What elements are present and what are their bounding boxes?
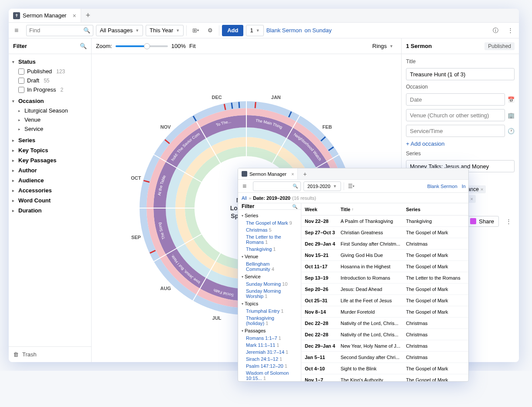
close-icon[interactable]: × xyxy=(291,171,294,177)
more-button[interactable]: ⋮ xyxy=(504,24,516,37)
facet-item[interactable]: Christmas5 xyxy=(238,226,301,233)
facet-item[interactable]: Triumphal Entry1 xyxy=(238,308,301,315)
table-row[interactable]: Dec 22–28Nativity of the Lord, Chris...C… xyxy=(301,329,468,340)
slider-thumb[interactable] xyxy=(144,43,150,49)
table-row[interactable]: Sep 20–26Jesus: Dead AheadThe Gospel of … xyxy=(301,284,468,295)
col-title[interactable]: Title↑ xyxy=(337,203,402,215)
filter-group-header[interactable]: ▸Accessories xyxy=(9,185,91,195)
filter-group-header[interactable]: ▸Word Count xyxy=(9,195,91,205)
on-sunday-link[interactable]: on Sunday xyxy=(304,27,331,34)
facet-header[interactable]: ▾Passages xyxy=(238,327,301,335)
crumb-all[interactable]: All xyxy=(242,195,247,201)
filter-group-header[interactable]: ▸Duration xyxy=(9,205,91,215)
blank-sermon-link[interactable]: Blank Sermon xyxy=(266,27,302,34)
rings-select[interactable]: Rings ▼ xyxy=(369,41,397,52)
in-link[interactable]: In xyxy=(462,184,466,189)
facet-item[interactable]: The Gospel of Mark9 xyxy=(238,219,301,226)
facet-header[interactable]: ▾Service xyxy=(238,273,301,280)
close-icon[interactable]: × xyxy=(72,12,76,19)
table-row[interactable]: Sep 13–19Introduction to RomansThe Lette… xyxy=(301,272,468,284)
col-week[interactable]: Week xyxy=(301,203,337,215)
trash-button[interactable]: 🗑 Trash xyxy=(9,346,91,362)
calendar-icon[interactable]: 📅 xyxy=(508,96,515,103)
checkbox[interactable] xyxy=(18,87,24,93)
filter-occasion-header[interactable]: ▾ Occasion xyxy=(9,96,91,106)
search-icon[interactable]: 🔍 xyxy=(80,43,87,49)
facet-item[interactable]: Jeremiah 31:7–141 xyxy=(238,349,301,356)
checkbox[interactable] xyxy=(18,78,24,84)
table-row[interactable]: Oct 11–17Hosanna in the HighestThe Gospe… xyxy=(301,261,468,272)
add-tab-button[interactable]: + xyxy=(81,11,95,20)
zoom-slider[interactable] xyxy=(116,45,168,47)
facet-item[interactable]: Thanksgiving (holiday)1 xyxy=(238,315,301,327)
filter-group-header[interactable]: ▸Author xyxy=(9,165,91,175)
blank-sermon-link[interactable]: Blank Sermon xyxy=(427,184,457,189)
filter-group-header[interactable]: ▸Key Topics xyxy=(9,145,91,155)
facet-item[interactable]: Thankgiving1 xyxy=(238,246,301,253)
overlay-tab[interactable]: Sermon Manager × xyxy=(238,168,298,179)
filter-group-header[interactable]: ▸Series xyxy=(9,135,91,145)
venue-input[interactable] xyxy=(406,109,505,121)
overlay-search[interactable]: 🔍 xyxy=(253,181,301,191)
add-tab-button[interactable]: + xyxy=(298,171,312,178)
search-icon[interactable]: 🔍 xyxy=(292,204,297,209)
table-row[interactable]: Nov 8–14Murder ForetoldThe Gospel of Mar… xyxy=(301,306,468,318)
facet-item[interactable]: Psalm 147:12–201 xyxy=(238,363,301,369)
find-input[interactable]: 🔍 xyxy=(26,25,93,36)
remove-icon[interactable]: × xyxy=(481,187,483,192)
year-select[interactable]: This Year ▼ xyxy=(146,25,184,36)
filter-group-header[interactable]: ▸Audience xyxy=(9,175,91,185)
facet-header[interactable]: ▾Topics xyxy=(238,300,301,308)
add-occasion-link[interactable]: + Add occasion xyxy=(406,140,515,147)
table-row[interactable]: Nov 15–21Giving God His DueThe Gospel of… xyxy=(301,250,468,261)
filter-occasion-item[interactable]: ▸Liturgical Season xyxy=(18,106,91,115)
building-icon[interactable]: 🏢 xyxy=(508,112,515,119)
settings-button[interactable]: ⚙ xyxy=(204,24,216,37)
fit-button[interactable]: Fit xyxy=(189,43,195,49)
share-button[interactable]: Share xyxy=(465,216,499,227)
col-series[interactable]: Series xyxy=(402,203,468,215)
table-row[interactable]: Dec 29–Jan 4New Year, Holy Name of J...C… xyxy=(301,340,468,352)
checkbox[interactable] xyxy=(18,68,24,75)
table-row[interactable]: Oct 25–31Life at the Feet of JesusThe Go… xyxy=(301,295,468,306)
view-grid-button[interactable]: ⊞▾ xyxy=(189,24,201,37)
title-input[interactable] xyxy=(406,68,515,80)
table-row[interactable]: Sep 27–Oct 3Christian GreatnessThe Gospe… xyxy=(301,227,468,238)
tab-sermon-manager[interactable]: ✝ Sermon Manager × xyxy=(9,9,81,22)
table-row[interactable]: Nov 22–28A Psalm of ThanksgivingThankgiv… xyxy=(301,215,468,227)
facet-item[interactable]: Wisdom of Solomon 10:15...1 xyxy=(238,369,301,371)
find-field[interactable] xyxy=(29,27,82,34)
menu-button[interactable] xyxy=(11,24,24,37)
facet-item[interactable]: Bellingham Community4 xyxy=(238,260,301,273)
table-row[interactable]: Dec 29–Jan 4First Sunday after Christm..… xyxy=(301,238,468,250)
clock-icon[interactable]: 🕐 xyxy=(508,128,515,134)
facet-header[interactable]: ▾Venue xyxy=(238,253,301,260)
facet-item[interactable]: Sunday Morning10 xyxy=(238,280,301,287)
facet-item[interactable]: Mark 11:1–111 xyxy=(238,342,301,349)
filter-status-item[interactable]: Published123 xyxy=(18,67,91,76)
filter-occasion-item[interactable]: ▸Service xyxy=(18,124,91,133)
remove-icon[interactable]: × xyxy=(470,196,473,202)
filter-occasion-item[interactable]: ▸Venue xyxy=(18,115,91,124)
filter-status-item[interactable]: In Progress2 xyxy=(18,85,91,94)
table-row[interactable]: Jan 5–11Second Sunday after Chri...Chris… xyxy=(301,352,468,363)
facet-item[interactable]: Sirach 24:1–121 xyxy=(238,356,301,363)
filter-group-header[interactable]: ▸Key Passages xyxy=(9,155,91,165)
facet-item[interactable]: Romans 1:1–71 xyxy=(238,335,301,342)
date-input[interactable] xyxy=(406,93,505,106)
count-box[interactable]: 1▼ xyxy=(246,25,263,36)
overlay-year-select[interactable]: 2019-2020 ▼ xyxy=(304,181,341,191)
service-input[interactable] xyxy=(406,125,505,137)
add-button[interactable]: Add xyxy=(222,25,243,36)
info-button[interactable]: ⓘ xyxy=(489,24,501,37)
menu-button[interactable] xyxy=(241,181,250,191)
facet-header[interactable]: ▾Series xyxy=(238,212,301,219)
facet-item[interactable]: Sunday Morning Worship1 xyxy=(238,287,301,300)
filter-status-item[interactable]: Draft55 xyxy=(18,76,91,85)
passages-select[interactable]: All Passages ▼ xyxy=(96,25,143,36)
facet-item[interactable]: The Letter to the Romans1 xyxy=(238,233,301,246)
table-row[interactable]: Oct 4–10Sight to the BlinkThe Gospel of … xyxy=(301,363,468,371)
more-button[interactable]: ⋮ xyxy=(502,215,515,227)
table-row[interactable]: Dec 22–28Nativity of the Lord, Chris...C… xyxy=(301,318,468,329)
view-list-button[interactable]: ☰▾ xyxy=(347,181,356,191)
